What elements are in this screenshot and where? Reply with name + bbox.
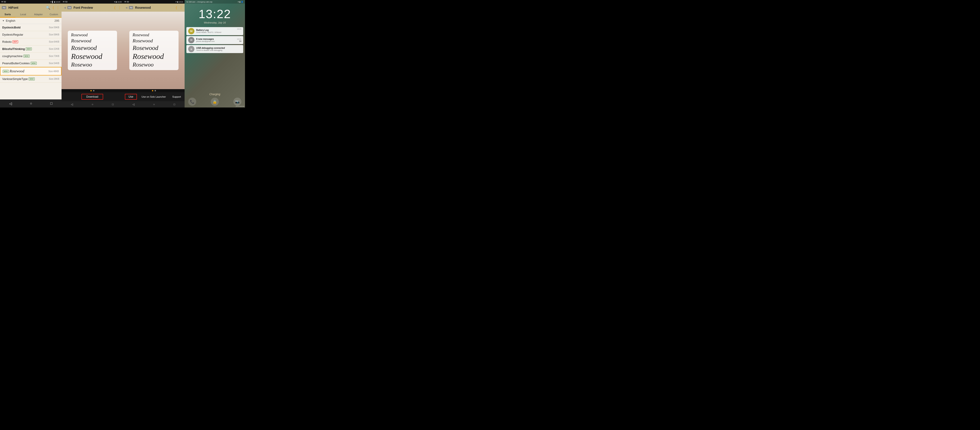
preview-card: Rosewood Rosewood Rosewood Rosewood Rose…	[129, 31, 178, 70]
font-name: PeanutButterCookies	[2, 62, 30, 65]
font-item-rosewood[interactable]: NEW Rosewood Size:48KB	[0, 67, 62, 75]
recents-button[interactable]: □	[50, 101, 52, 106]
back-arrow-icon[interactable]: ◄	[63, 6, 67, 10]
phone-button[interactable]: 📞	[188, 98, 196, 106]
panel2-header: ◄ Aa Font Preview ⟨ ⋮	[62, 3, 123, 12]
font-item-peanutbuttercookies[interactable]: PeanutButterCookies NEW Size:54KB	[0, 60, 62, 67]
font-name-row: coughymachine NEW	[2, 54, 30, 58]
header-left: ◄ Aa Rosewood	[125, 6, 151, 10]
back-arrow-icon[interactable]: ◄	[125, 6, 128, 10]
lock-status-icons: ▾ ▮ 👤	[238, 1, 243, 3]
font-name: Rosewood	[10, 69, 24, 73]
hifont-panel: ✉ 50 ▾ ▌ ▮ 13:20 Aa HiFont 🔍 ⟨ ⋮ Sorts L…	[0, 0, 62, 107]
font-item-blissfulthinking[interactable]: BlissfulThinking NEW Size:22KB	[0, 45, 62, 53]
support-button[interactable]: Support	[170, 94, 183, 99]
more-icon[interactable]: ⋮	[56, 6, 60, 10]
section-header[interactable]: ▼ English 295	[0, 18, 62, 24]
back-button[interactable]: ◁	[71, 103, 73, 106]
battery-icon: ▮	[54, 1, 55, 3]
battery-log-notification[interactable]: 50 Battery Log Good Health / 36.8°C / 37…	[186, 27, 243, 35]
font-name: Roboto	[2, 40, 12, 43]
share-icon[interactable]: ⟨	[114, 6, 115, 10]
preview-text-4: Rosewood	[71, 52, 102, 61]
more-icon[interactable]: ⋮	[118, 6, 121, 10]
status-bar-panel3: ✉ 50 ▾ ▮ 13:21	[123, 0, 185, 3]
preview-text-1: Rosewood	[133, 33, 175, 37]
screen-title: Rosewood	[135, 6, 151, 10]
font-item-dyslexicregular[interactable]: DyslexicRegular Size:58KB	[0, 31, 62, 38]
aa-logo: Aa	[67, 6, 72, 9]
screen-title: Font Preview	[73, 6, 93, 10]
home-button[interactable]: ○	[92, 103, 93, 106]
header-actions: 🔍 ⟨ ⋮	[46, 6, 60, 10]
preview-text-3: Rosewood	[71, 45, 97, 51]
no-sim-text: No SIM card — Emergency calls only	[186, 1, 212, 3]
battery-icon: ▮	[116, 1, 116, 3]
panel3-bottom-bar: Use Use on Solo Launcher Support	[123, 92, 185, 101]
font-size: Size:73KB	[49, 55, 59, 58]
status-right: ▾ ▮ 13:20	[114, 1, 122, 3]
usb-notification[interactable]: ⊞ USB debugging connected Touch to disab…	[186, 45, 243, 53]
panel3-header: ◄ Aa Rosewood ⟨ ⋮	[123, 3, 185, 12]
font-item-coughymachine[interactable]: coughymachine NEW Size:73KB	[0, 53, 62, 60]
dot-2	[154, 90, 156, 91]
preview-text-3: Rosewood	[133, 45, 175, 51]
recents-button[interactable]: □	[173, 103, 175, 106]
header-left: Aa HiFont	[2, 6, 18, 10]
tab-sorts[interactable]: Sorts	[0, 12, 16, 18]
search-icon[interactable]: 🔍	[46, 6, 50, 10]
lock-date-display: Wednesday, July 16	[185, 21, 245, 24]
lock-action-buttons: 📞 🔒 📷	[188, 98, 242, 106]
battery-level: 50	[65, 1, 68, 3]
home-button[interactable]: ○	[30, 101, 32, 106]
lock-unlock-button[interactable]: 🔒	[211, 98, 219, 106]
messages-notification[interactable]: ✉ 8 new messages phone.doe@gmail.com 13:…	[186, 36, 243, 44]
more-icon[interactable]: ⋮	[179, 6, 183, 10]
tab-bar: Sorts Local Adapter Custom	[0, 12, 62, 18]
home-button[interactable]: ○	[153, 103, 155, 106]
status-bar-panel1: ✉ 50 ▾ ▌ ▮ 13:20	[0, 0, 62, 3]
preview-card: Rosewood Rosewood Rosewood Rosewood Rose…	[68, 31, 117, 70]
tab-local[interactable]: Local	[16, 12, 31, 17]
use-button[interactable]: Use	[125, 94, 137, 100]
back-button[interactable]: ◁	[9, 101, 12, 106]
header-left: ◄ Aa Font Preview	[63, 6, 93, 10]
recents-button[interactable]: □	[112, 103, 114, 106]
font-item-roboto[interactable]: Roboto HOT Size:64KB	[0, 38, 62, 45]
header-actions: ⟨ ⋮	[176, 6, 183, 10]
font-name-row: NEW Rosewood	[3, 69, 24, 73]
app-title: HiFont	[8, 6, 18, 10]
notif-content: 8 new messages phone.doe@gmail.com	[196, 38, 235, 42]
use-on-solo-launcher-button[interactable]: Use on Solo Launcher	[140, 94, 168, 99]
tab-custom[interactable]: Custom	[46, 12, 62, 17]
font-size: Size:58KB	[49, 34, 59, 36]
tab-adapter[interactable]: Adapter	[31, 12, 46, 17]
status-right: ▾ ▮ 13:21	[176, 1, 183, 3]
share-icon[interactable]: ⟨	[52, 6, 54, 10]
bottom-nav-panel1: ◁ ○ □	[0, 99, 62, 107]
section-label-row: ▼ English	[2, 19, 16, 22]
notif-title: 8 new messages	[196, 38, 235, 40]
new-badge: NEW	[31, 62, 37, 65]
notif-time: 13:21	[237, 28, 242, 30]
back-button[interactable]: ◁	[132, 103, 134, 106]
font-size: Size:22KB	[49, 48, 59, 50]
time-display: 13:20	[117, 1, 122, 3]
hot-badge: HOT	[13, 40, 18, 43]
signal-icon: ▌	[52, 1, 54, 3]
font-name-row: DyslexicBold	[2, 26, 21, 29]
font-item-vanlosesimpletype[interactable]: VanloseSimpleType NEW Size:28KB	[0, 75, 62, 83]
aa-logo: Aa	[129, 6, 134, 9]
download-button[interactable]: Download	[81, 94, 103, 100]
panel2-bottom-bar: Download	[62, 92, 123, 101]
camera-button[interactable]: 📷	[233, 98, 242, 106]
wifi-icon: ▾	[176, 1, 177, 3]
font-item-dyslexicbold[interactable]: DyslexicBold Size:59KB	[0, 24, 62, 31]
bottom-nav-panel2: ◁ ○ □	[62, 101, 123, 107]
share-icon[interactable]: ⟨	[176, 6, 177, 10]
wifi-icon: ▾	[238, 1, 239, 3]
font-name: VanloseSimpleType	[2, 77, 28, 81]
notif-title: Battery Log	[196, 29, 235, 31]
notif-subtitle: Touch to disable USB debugging.	[196, 49, 242, 51]
user-icon: 👤	[241, 1, 243, 3]
